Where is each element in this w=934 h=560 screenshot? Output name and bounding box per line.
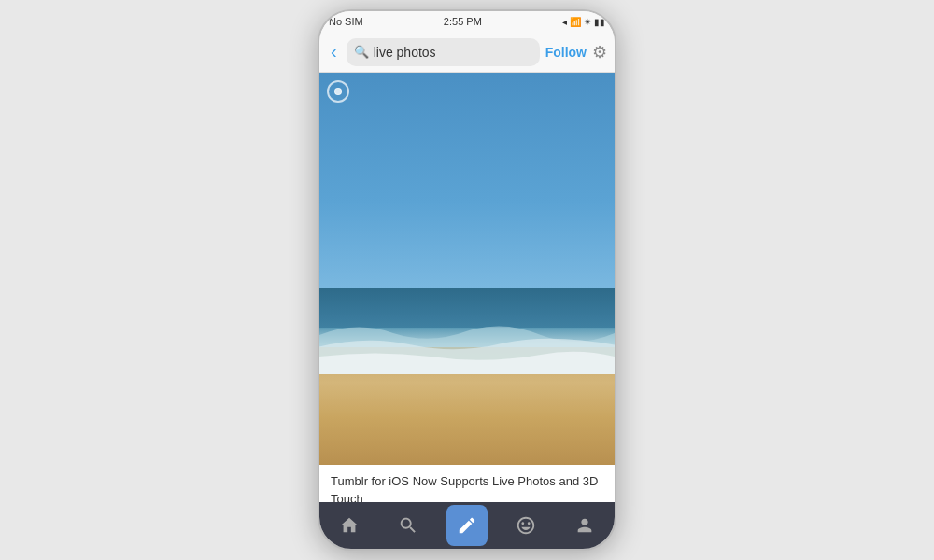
nav-profile-button[interactable] bbox=[564, 505, 605, 546]
filter-icon[interactable]: ⚙ bbox=[592, 42, 607, 63]
bluetooth-icon: ✴ bbox=[584, 17, 591, 27]
live-dot bbox=[334, 88, 342, 95]
status-icons: ◂ 📶 ✴ ▮▮ bbox=[562, 17, 605, 27]
location-icon: ◂ bbox=[562, 17, 567, 27]
wifi-icon: 📶 bbox=[570, 17, 581, 27]
beach-photo bbox=[319, 73, 615, 465]
bottom-nav bbox=[319, 502, 615, 549]
nav-home-button[interactable] bbox=[329, 505, 370, 546]
nav-compose-button[interactable] bbox=[446, 505, 488, 546]
content-area: Tumblr for iOS Now Supports Live Photos … bbox=[319, 73, 615, 502]
follow-button[interactable]: Follow bbox=[545, 45, 587, 60]
live-photo-indicator bbox=[327, 80, 349, 103]
search-icon: 🔍 bbox=[354, 45, 369, 59]
caption-text: Tumblr for iOS Now Supports Live Photos … bbox=[331, 474, 598, 502]
battery-icon: ▮▮ bbox=[594, 17, 605, 27]
carrier-text: No SIM bbox=[329, 16, 363, 27]
back-button[interactable]: ‹ bbox=[327, 37, 341, 66]
sky-layer bbox=[319, 73, 615, 288]
caption-bar: Tumblr for iOS Now Supports Live Photos … bbox=[319, 465, 615, 502]
phone-frame: No SIM 2:55 PM ◂ 📶 ✴ ▮▮ ‹ 🔍 live photos … bbox=[318, 9, 616, 551]
nav-activity-button[interactable] bbox=[505, 505, 546, 546]
search-query: live photos bbox=[374, 45, 436, 60]
search-bar: ‹ 🔍 live photos Follow ⚙ bbox=[319, 32, 615, 73]
wave-svg bbox=[319, 315, 615, 374]
status-bar: No SIM 2:55 PM ◂ 📶 ✴ ▮▮ bbox=[319, 11, 615, 32]
time-display: 2:55 PM bbox=[444, 16, 482, 27]
search-input-wrap[interactable]: 🔍 live photos bbox=[347, 38, 540, 66]
nav-search-button[interactable] bbox=[388, 505, 429, 546]
